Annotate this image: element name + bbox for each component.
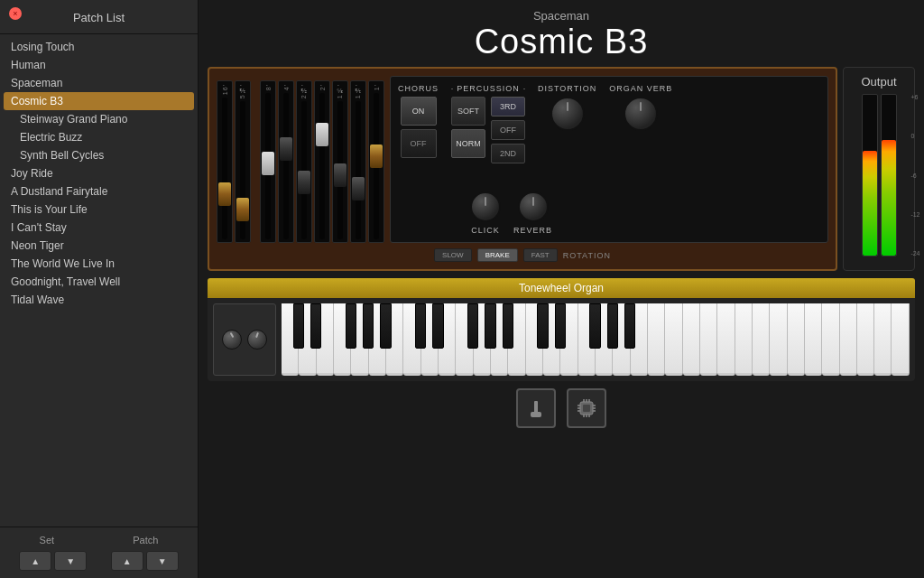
pedal-knob-2[interactable] bbox=[247, 330, 267, 350]
patch-label: Patch bbox=[133, 535, 158, 545]
white-key-28[interactable] bbox=[770, 303, 787, 376]
patch-item[interactable]: I Can't Stay bbox=[0, 219, 198, 237]
patch-item[interactable]: Goodnight, Travel Well bbox=[0, 273, 198, 291]
organ-verb-knob[interactable] bbox=[624, 97, 658, 131]
perc-2nd-button[interactable]: 2ND bbox=[491, 144, 525, 163]
patch-btn-group: ▲ ▼ bbox=[111, 551, 179, 571]
svg-rect-1 bbox=[534, 401, 538, 414]
close-button[interactable]: × bbox=[9, 7, 22, 20]
black-key-6[interactable] bbox=[380, 303, 392, 349]
pedal-knob-row bbox=[219, 330, 270, 350]
patch-item[interactable]: Spaceman bbox=[0, 74, 198, 92]
perc-soft-col: SOFT NORM bbox=[451, 97, 485, 163]
drawbar-handle-2[interactable] bbox=[262, 152, 274, 175]
cpu-chip-icon[interactable] bbox=[567, 388, 606, 428]
percussion-section: PERCUSSION SOFT NORM 3RD bbox=[451, 84, 525, 163]
black-key-5[interactable] bbox=[363, 303, 374, 349]
output-label: Output bbox=[861, 75, 896, 89]
svg-rect-3 bbox=[583, 405, 590, 412]
perc-right-line bbox=[523, 89, 525, 89]
drawbar-label-6: 1⅗' bbox=[337, 84, 344, 98]
chorus-on-button[interactable]: ON bbox=[401, 97, 437, 126]
patch-item[interactable]: Electric Buzz bbox=[0, 128, 198, 146]
drawbar-handle-0[interactable] bbox=[218, 182, 231, 206]
keyboard-area: Tonewheel Organ bbox=[208, 278, 915, 381]
sustain-pedal-icon[interactable] bbox=[516, 388, 556, 428]
perc-norm-button[interactable]: NORM bbox=[451, 129, 485, 158]
patch-item[interactable]: Synth Bell Cycles bbox=[0, 146, 198, 164]
drawbar-handle-3[interactable] bbox=[280, 137, 292, 161]
patch-item[interactable]: Tidal Wave bbox=[0, 291, 198, 309]
meter-mark-24: -24 bbox=[910, 250, 919, 256]
black-key-34[interactable] bbox=[624, 303, 636, 349]
black-key-29[interactable] bbox=[537, 303, 549, 349]
patch-item[interactable]: Neon Tiger bbox=[0, 237, 198, 255]
patch-item[interactable]: Cosmic B3 bbox=[4, 92, 194, 110]
perc-3rd-button[interactable]: 3RD bbox=[491, 97, 525, 117]
black-key-19[interactable] bbox=[485, 303, 496, 349]
set-down-button[interactable]: ▼ bbox=[54, 551, 87, 571]
footer-labels: Set Patch bbox=[0, 535, 198, 545]
keyboard-label: Tonewheel Organ bbox=[208, 278, 915, 298]
drawbar-label-8: 1' bbox=[374, 84, 380, 90]
black-key-20[interactable] bbox=[503, 303, 514, 349]
footer-controls: ▲ ▼ ▲ ▼ bbox=[0, 551, 198, 571]
white-key-29[interactable] bbox=[788, 303, 805, 376]
bottom-icons bbox=[199, 385, 924, 435]
perc-soft-button[interactable]: SOFT bbox=[451, 97, 485, 126]
pedal-knob-1[interactable] bbox=[222, 330, 242, 350]
patch-up-button[interactable]: ▲ bbox=[111, 551, 143, 571]
patch-item[interactable]: Human bbox=[0, 56, 198, 74]
patch-item[interactable]: Steinway Grand Piano bbox=[0, 110, 198, 128]
black-key-1[interactable] bbox=[293, 303, 305, 349]
rotary-slow-button[interactable]: SLOW bbox=[434, 248, 472, 262]
distortion-knob[interactable] bbox=[550, 97, 585, 131]
black-key-18[interactable] bbox=[467, 303, 479, 349]
white-key-27[interactable] bbox=[753, 303, 770, 376]
white-key-31[interactable] bbox=[822, 303, 839, 376]
white-key-33[interactable] bbox=[857, 303, 874, 376]
drawbar-handle-4[interactable] bbox=[298, 171, 310, 194]
black-key-32[interactable] bbox=[589, 303, 601, 349]
patch-item[interactable]: The World We Live In bbox=[0, 255, 198, 273]
white-key-23[interactable] bbox=[683, 303, 700, 376]
drawbar-3: 4' bbox=[278, 80, 294, 243]
drawbar-handle-1[interactable] bbox=[236, 198, 249, 221]
chorus-off-button[interactable]: OFF bbox=[401, 129, 437, 158]
white-key-32[interactable] bbox=[840, 303, 857, 376]
black-key-30[interactable] bbox=[555, 303, 567, 349]
white-key-34[interactable] bbox=[874, 303, 892, 376]
drawbar-handle-6[interactable] bbox=[334, 163, 346, 187]
white-key-26[interactable] bbox=[735, 303, 753, 376]
patch-item[interactable]: Losing Touch bbox=[0, 38, 198, 56]
patch-item[interactable]: A Dustland Fairytale bbox=[0, 182, 198, 200]
black-key-2[interactable] bbox=[310, 303, 322, 349]
drawbar-handle-8[interactable] bbox=[370, 144, 383, 168]
drawbar-handle-5[interactable] bbox=[316, 123, 328, 146]
rotary-fast-button[interactable]: FAST bbox=[523, 248, 558, 262]
patch-item[interactable]: This is Your Life bbox=[0, 200, 198, 219]
black-key-15[interactable] bbox=[415, 303, 427, 349]
white-key-35[interactable] bbox=[892, 303, 909, 376]
rotary-brake-button[interactable]: BRAKE bbox=[477, 248, 518, 262]
set-up-button[interactable]: ▲ bbox=[19, 551, 51, 571]
click-knob[interactable] bbox=[470, 191, 501, 222]
white-key-24[interactable] bbox=[700, 303, 717, 376]
patch-down-button[interactable]: ▼ bbox=[146, 551, 179, 571]
black-key-4[interactable] bbox=[346, 303, 357, 349]
white-key-21[interactable] bbox=[648, 303, 665, 376]
white-key-22[interactable] bbox=[665, 303, 682, 376]
perc-off-button[interactable]: OFF bbox=[491, 120, 525, 140]
drawbar-label-0: 16' bbox=[222, 84, 228, 95]
black-key-16[interactable] bbox=[432, 303, 444, 349]
drawbar-handle-7[interactable] bbox=[352, 177, 365, 200]
perc-harm-col: 3RD OFF 2ND bbox=[491, 97, 525, 163]
reverb-knob[interactable] bbox=[518, 191, 549, 222]
keyboard-keys bbox=[282, 303, 910, 376]
white-key-30[interactable] bbox=[805, 303, 822, 376]
white-key-25[interactable] bbox=[717, 303, 735, 376]
output-meters: +6 0 -6 -12 -24 bbox=[862, 94, 897, 256]
patch-item[interactable]: Joy Ride bbox=[0, 164, 198, 182]
black-key-33[interactable] bbox=[607, 303, 619, 349]
instrument-name: Cosmic B3 bbox=[199, 23, 924, 61]
